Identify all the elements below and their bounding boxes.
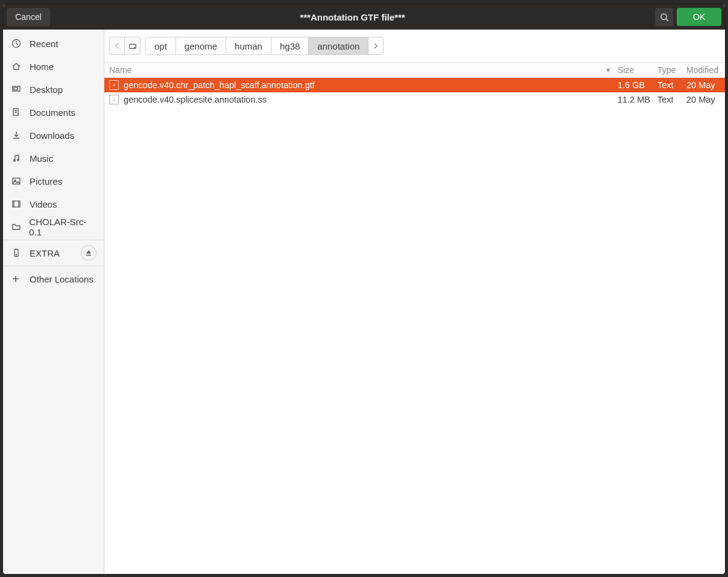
sidebar-item-home[interactable]: Home: [3, 55, 104, 78]
videos-icon: [11, 199, 22, 209]
breadcrumb: opt genome human hg38 annotation: [145, 37, 384, 55]
file-row[interactable]: ≡ gencode.v40.chr_patch_hapl_scaff.annot…: [104, 78, 725, 92]
music-icon: [11, 153, 22, 163]
sidebar: Recent Home Desktop Documents: [3, 30, 104, 574]
file-name: gencode.v40.chr_patch_hapl_scaff.annotat…: [124, 80, 618, 90]
sidebar-item-pictures[interactable]: Pictures: [3, 170, 104, 193]
breadcrumb-segment[interactable]: opt: [146, 37, 176, 54]
folder-icon: [11, 222, 22, 232]
chevron-right-icon: [373, 43, 378, 49]
sort-indicator-icon: ▼: [605, 66, 612, 74]
sidebar-item-music[interactable]: Music: [3, 147, 104, 170]
sidebar-item-folder[interactable]: CHOLAR-Src-0.1: [3, 215, 104, 238]
downloads-icon: [11, 130, 22, 140]
eject-icon: [86, 250, 92, 256]
drive-icon: [11, 248, 22, 258]
column-header-type[interactable]: Type: [657, 65, 686, 75]
sidebar-item-other-locations[interactable]: Other Locations: [3, 267, 104, 290]
breadcrumb-segment-current[interactable]: annotation: [309, 37, 369, 54]
sidebar-separator: [3, 266, 104, 266]
search-icon: [660, 13, 669, 22]
text-file-icon: ≡: [109, 80, 119, 90]
column-header-modified[interactable]: Modified: [686, 65, 725, 75]
home-icon: [11, 62, 22, 71]
breadcrumb-forward[interactable]: [369, 37, 383, 54]
breadcrumb-segment[interactable]: genome: [176, 37, 226, 54]
svg-point-9: [17, 159, 19, 161]
documents-icon: [11, 107, 22, 117]
text-file-icon: ≡: [109, 95, 119, 104]
svg-point-21: [134, 47, 135, 48]
titlebar: Cancel ***Annotation GTF file*** OK: [3, 4, 725, 30]
cancel-button[interactable]: Cancel: [7, 8, 50, 26]
file-modified: 20 May: [686, 95, 725, 104]
sidebar-separator: [3, 240, 104, 240]
sidebar-item-downloads[interactable]: Downloads: [3, 124, 104, 147]
svg-line-1: [666, 19, 668, 21]
file-modified: 20 May: [686, 80, 725, 90]
sidebar-item-label: Pictures: [30, 176, 62, 186]
sidebar-item-label: CHOLAR-Src-0.1: [29, 217, 97, 237]
svg-rect-4: [14, 88, 17, 90]
file-type: Text: [657, 80, 686, 90]
file-list: ≡ gencode.v40.chr_patch_hapl_scaff.annot…: [104, 78, 725, 107]
column-header-name-label: Name: [109, 65, 131, 75]
file-list-header: Name ▼ Size Type Modified: [104, 62, 725, 78]
sidebar-item-videos[interactable]: Videos: [3, 193, 104, 215]
sidebar-item-label: Videos: [30, 199, 57, 209]
clock-icon: [11, 39, 22, 48]
dialog-title: ***Annotation GTF file***: [54, 12, 651, 22]
path-root-button[interactable]: [125, 37, 141, 55]
file-name: gencode.v40.splicesite.annotation.ss: [124, 95, 618, 104]
sidebar-item-label: Other Locations: [30, 274, 93, 284]
breadcrumb-segment[interactable]: hg38: [271, 37, 309, 54]
file-size: 11.2 MB: [618, 95, 657, 104]
sidebar-item-extra[interactable]: EXTRA: [3, 241, 104, 264]
plus-icon: [11, 275, 22, 283]
eject-button[interactable]: [81, 245, 97, 261]
sidebar-item-label: EXTRA: [30, 248, 60, 258]
sidebar-item-recent[interactable]: Recent: [3, 32, 104, 55]
sidebar-item-label: Desktop: [30, 84, 63, 95]
sidebar-item-label: Home: [30, 62, 54, 72]
file-row[interactable]: ≡ gencode.v40.splicesite.annotation.ss 1…: [104, 92, 725, 107]
dialog-body: Recent Home Desktop Documents: [3, 30, 725, 574]
breadcrumb-segment[interactable]: human: [226, 37, 271, 54]
sidebar-item-label: Downloads: [30, 130, 74, 141]
sidebar-item-desktop[interactable]: Desktop: [3, 78, 104, 101]
svg-point-8: [14, 160, 16, 162]
pictures-icon: [11, 176, 22, 186]
disk-icon: [128, 42, 137, 50]
svg-point-0: [660, 13, 666, 19]
file-type: Text: [657, 95, 686, 104]
file-chooser-window: Cancel ***Annotation GTF file*** OK Rece…: [2, 4, 726, 575]
svg-rect-17: [86, 255, 91, 256]
file-size: 1.6 GB: [618, 80, 657, 90]
chevron-left-icon: [115, 43, 119, 49]
search-button[interactable]: [655, 8, 673, 26]
main-pane: opt genome human hg38 annotation Name ▼ …: [104, 30, 725, 574]
sidebar-item-label: Recent: [30, 39, 59, 49]
sidebar-item-label: Documents: [30, 107, 75, 118]
path-back-button[interactable]: [109, 37, 125, 55]
desktop-icon: [11, 84, 22, 94]
svg-point-16: [16, 254, 16, 255]
column-header-size[interactable]: Size: [618, 65, 657, 75]
path-bar: opt genome human hg38 annotation: [104, 30, 725, 62]
ok-button[interactable]: OK: [677, 8, 721, 26]
sidebar-item-label: Music: [30, 153, 53, 164]
sidebar-item-documents[interactable]: Documents: [3, 101, 104, 124]
svg-rect-10: [13, 178, 20, 184]
column-header-name[interactable]: Name ▼: [109, 65, 618, 75]
